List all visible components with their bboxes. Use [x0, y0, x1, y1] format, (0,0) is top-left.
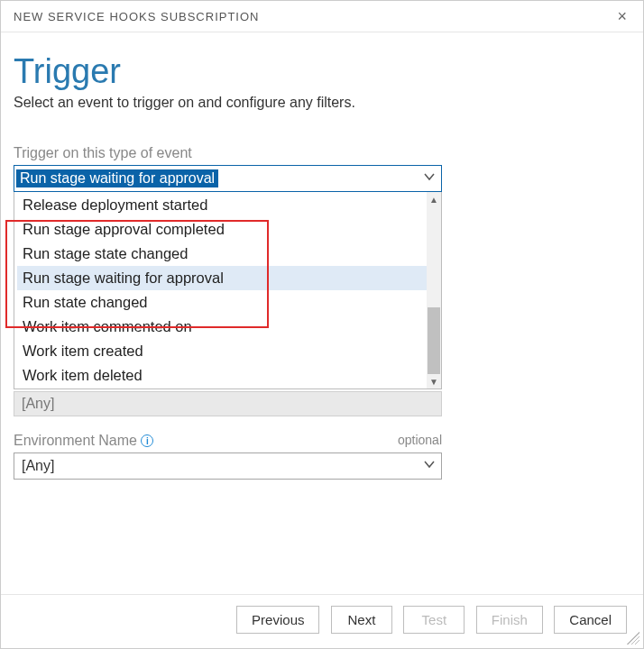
- environment-label-text: Environment Name: [14, 433, 137, 448]
- event-dropdown-item[interactable]: Run state changed: [17, 290, 438, 315]
- resize-handle-icon[interactable]: [627, 632, 639, 644]
- cancel-button[interactable]: Cancel: [554, 606, 627, 634]
- environment-select-value: [Any]: [22, 458, 54, 474]
- scroll-up-icon[interactable]: ▲: [427, 192, 441, 206]
- environment-field-label: Environment Name i optional: [14, 433, 442, 449]
- event-dropdown-item[interactable]: Release deployment started: [17, 193, 438, 217]
- environment-field: Environment Name i optional [Any]: [14, 433, 442, 480]
- titlebar: NEW SERVICE HOOKS SUBSCRIPTION ×: [1, 1, 643, 32]
- finish-button: Finish: [476, 606, 543, 634]
- chevron-down-icon: [423, 458, 436, 474]
- close-icon[interactable]: ×: [612, 6, 632, 26]
- dropdown-scrollbar[interactable]: ▲ ▼: [427, 192, 441, 388]
- event-dropdown-item[interactable]: Run stage waiting for approval: [17, 266, 438, 290]
- page-heading: Trigger: [14, 52, 625, 91]
- scroll-thumb[interactable]: [428, 307, 440, 374]
- event-dropdown: Release deployment startedRun stage appr…: [14, 192, 442, 389]
- test-button: Test: [403, 606, 465, 634]
- event-select-value: Run stage waiting for approval: [16, 169, 218, 187]
- scroll-down-icon[interactable]: ▼: [427, 374, 441, 388]
- event-dropdown-item[interactable]: Run stage approval completed: [17, 217, 438, 242]
- event-select[interactable]: Run stage waiting for approval: [14, 165, 442, 192]
- dialog-title: NEW SERVICE HOOKS SUBSCRIPTION: [14, 10, 259, 23]
- previous-button[interactable]: Previous: [236, 606, 319, 634]
- event-dropdown-item[interactable]: Work item deleted: [17, 363, 438, 388]
- page-subheading: Select an event to trigger on and config…: [14, 95, 625, 111]
- chevron-down-icon: [423, 170, 436, 187]
- event-dropdown-item[interactable]: Work item commented on: [17, 315, 438, 339]
- event-dropdown-item[interactable]: Run stage state changed: [17, 242, 438, 266]
- environment-select[interactable]: [Any]: [14, 452, 442, 480]
- content-area: Trigger Select an event to trigger on an…: [1, 32, 643, 480]
- next-button[interactable]: Next: [331, 606, 392, 634]
- optional-tag: optional: [398, 433, 442, 447]
- pipeline-select-value[interactable]: [Any]: [14, 391, 442, 416]
- event-field-label: Trigger on this type of event: [14, 145, 442, 161]
- event-dropdown-item[interactable]: Work item created: [17, 339, 438, 363]
- event-field: Trigger on this type of event Run stage …: [14, 145, 442, 389]
- dialog-frame: NEW SERVICE HOOKS SUBSCRIPTION × Trigger…: [0, 0, 644, 649]
- info-icon[interactable]: i: [141, 434, 153, 447]
- footer: Previous Next Test Finish Cancel: [1, 594, 643, 648]
- event-dropdown-list: Release deployment startedRun stage appr…: [14, 192, 441, 388]
